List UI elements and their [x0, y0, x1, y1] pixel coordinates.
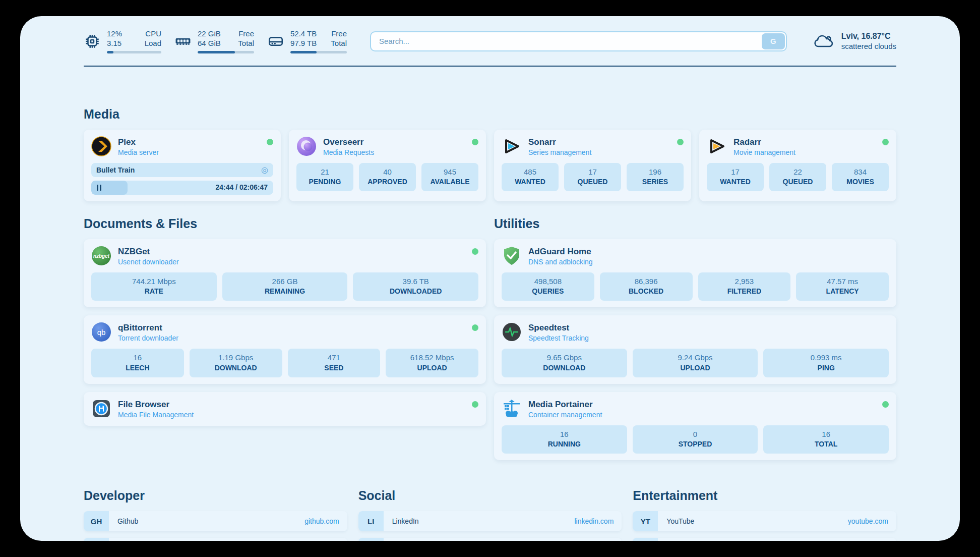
app-subtitle: Usenet downloader — [118, 257, 179, 266]
weather-widget[interactable]: Lviv, 16.87°C scattered clouds — [813, 31, 896, 51]
weather-location: Lviv, 16.87°C — [841, 31, 896, 42]
stat-tile: 1.19 Gbps DOWNLOAD — [190, 349, 282, 377]
stat-value: 0.993 ms — [765, 353, 887, 363]
cast-icon[interactable]: ◎ — [261, 166, 268, 174]
header-bar: 12% 3.15 CPU Load — [84, 29, 896, 53]
stat-value: 17 — [709, 167, 762, 177]
stat-value: 86,396 — [602, 276, 691, 287]
cpu-progressbar — [107, 51, 161, 53]
pause-icon[interactable] — [97, 185, 101, 191]
overseerr-icon — [296, 136, 317, 156]
stat-tile: 945 AVAILABLE — [421, 163, 478, 191]
filebrowser-card[interactable]: File Browser Media File Management — [84, 392, 486, 426]
app-subtitle: Media File Management — [118, 410, 194, 419]
status-dot — [472, 139, 478, 145]
bookmark-linkedin[interactable]: LI LinkedIn linkedin.com — [358, 511, 622, 531]
nzbget-card[interactable]: nzbget NZBGet Usenet downloader 74 — [84, 239, 486, 307]
stat-tile: 40 APPROVED — [359, 163, 416, 191]
stat-label: BLOCKED — [602, 287, 691, 296]
stat-value: 834 — [834, 167, 887, 177]
weather-condition: scattered clouds — [841, 41, 896, 51]
stat-label: STOPPED — [635, 439, 756, 449]
stat-tile: 9.65 Gbps DOWNLOAD — [502, 349, 627, 377]
app-subtitle: Media Requests — [323, 148, 374, 157]
stat-value: 498,508 — [504, 276, 592, 287]
stat-value: 9.24 Gbps — [635, 353, 756, 363]
stat-label: RATE — [93, 287, 215, 296]
stat-label: WANTED — [709, 177, 762, 187]
stat-tile: 47.57 ms LATENCY — [796, 272, 889, 301]
app-subtitle: Torrent downloader — [118, 333, 178, 343]
plex-icon — [91, 136, 111, 156]
stat-tile: 17 WANTED — [707, 163, 764, 191]
stat-label: QUEUED — [771, 177, 824, 187]
plex-card[interactable]: Plex Media server Bullet Train ◎ 24:44 /… — [84, 130, 281, 201]
ram-labels: Free Total — [238, 29, 254, 48]
stat-label: TOTAL — [765, 439, 887, 449]
playback-time: 24:44 / 02:06:47 — [215, 183, 268, 191]
qbittorrent-card[interactable]: qb qBittorrent Torrent downloader — [84, 315, 486, 383]
stat-value: 471 — [290, 353, 379, 363]
app-title: NZBGet — [118, 246, 179, 257]
cpu-labels: CPU Load — [145, 29, 161, 48]
stat-label: QUEUED — [566, 177, 619, 187]
filebrowser-icon — [91, 399, 111, 419]
bookmark-netflix[interactable]: NF Netflix netflix.com — [633, 538, 896, 541]
stat-tile: 834 MOVIES — [832, 163, 889, 191]
bookmark-github[interactable]: GH Github github.com — [84, 511, 347, 531]
stat-value: 21 — [298, 167, 351, 177]
portainer-card[interactable]: Media Portainer Container management 16 … — [494, 392, 896, 460]
status-dot — [472, 401, 478, 408]
search-input[interactable] — [372, 37, 762, 45]
stat-label: DOWNLOADED — [355, 287, 476, 296]
stat-tile: 744.21 Mbps RATE — [91, 272, 217, 301]
stat-label: DOWNLOAD — [192, 363, 280, 373]
adguard-card[interactable]: AdGuard Home DNS and adblocking 498,508 … — [494, 239, 896, 307]
sonarr-icon — [502, 136, 522, 156]
speedtest-card[interactable]: Speedtest Speedtest Tracking 9.65 Gbps D… — [494, 315, 896, 383]
stat-tile: 16 TOTAL — [763, 425, 889, 454]
stat-value: 0 — [635, 429, 756, 439]
bookmark-url[interactable]: twitter.com — [580, 538, 622, 541]
bookmark-url[interactable]: linkedin.com — [575, 511, 622, 531]
bookmark-url[interactable]: stackoverflow.com — [281, 538, 347, 541]
system-stats: 12% 3.15 CPU Load — [84, 29, 347, 53]
sonarr-card[interactable]: Sonarr Series management 485 WANTED 17 Q… — [494, 130, 691, 201]
stat-value: 266 GB — [224, 276, 346, 287]
bookmark-youtube[interactable]: YT YouTube youtube.com — [633, 511, 896, 531]
bookmark-url[interactable]: github.com — [304, 511, 347, 531]
nzbget-icon-text: nzbget — [93, 253, 110, 259]
app-title: Speedtest — [528, 322, 589, 333]
app-title: File Browser — [118, 399, 194, 410]
ram-values: 22 GiB 64 GiB — [198, 29, 221, 48]
radarr-card[interactable]: Radarr Movie management 17 WANTED 22 QUE… — [699, 130, 896, 201]
app-title: AdGuard Home — [528, 246, 593, 257]
bookmark-abbr: NF — [633, 538, 658, 541]
bookmark-abbr: SO — [84, 538, 109, 541]
stat-tile: 17 QUEUED — [564, 163, 621, 191]
bookmark-url[interactable]: youtube.com — [848, 511, 896, 531]
stat-value: 618.52 Mbps — [388, 353, 476, 363]
stat-value: 16 — [504, 429, 625, 439]
playback-progressbar[interactable]: 24:44 / 02:06:47 — [91, 181, 273, 195]
app-title: Plex — [118, 137, 159, 148]
bookmark-url[interactable]: netflix.com — [854, 538, 896, 541]
stat-label: APPROVED — [361, 177, 414, 187]
app-title: Media Portainer — [528, 399, 602, 410]
bookmark-twitter[interactable]: TW Twitter twitter.com — [358, 538, 622, 541]
stat-value: 9.65 Gbps — [504, 353, 625, 363]
stat-label: REMAINING — [224, 287, 346, 296]
ram-stat: 22 GiB 64 GiB Free Total — [174, 29, 254, 53]
status-dot — [882, 139, 889, 145]
section-title-developer: Developer — [84, 488, 347, 503]
bookmark-abbr: GH — [84, 511, 109, 531]
stat-label: UPLOAD — [388, 363, 476, 373]
status-dot — [472, 248, 478, 255]
overseerr-card[interactable]: Overseerr Media Requests 21 PENDING 40 A… — [289, 130, 486, 201]
app-title: qBittorrent — [118, 322, 178, 333]
bookmark-stackoverflow[interactable]: SO StackOverflow stackoverflow.com — [84, 538, 347, 541]
speedtest-icon — [502, 322, 522, 342]
search-engine-button[interactable]: G — [762, 33, 785, 49]
app-subtitle: Series management — [528, 148, 591, 157]
stat-tile: 2,953 FILTERED — [698, 272, 791, 301]
